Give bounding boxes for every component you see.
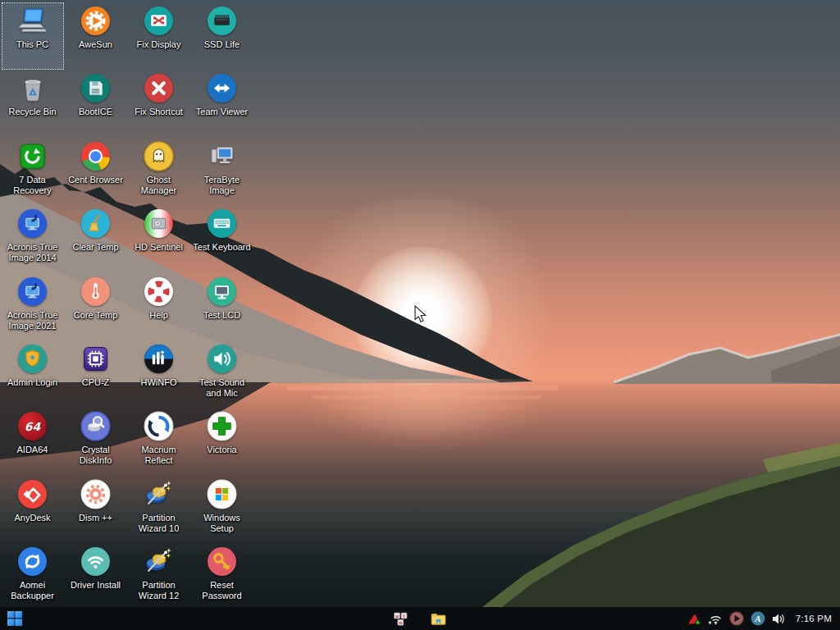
desktop-icon-hwinfo[interactable]: HWiNFO	[128, 340, 190, 408]
desktop-icon-recycle-bin[interactable]: Recycle Bin	[2, 70, 64, 137]
desktop-icon-label: HWiNFO	[141, 377, 177, 388]
desktop-icon-core-temp[interactable]: Core Temp	[65, 273, 127, 340]
desktop-icon-grid: This PC AweSun Fix Display SSD Life Recy…	[1, 2, 253, 607]
desktop-icon-dism-[interactable]: Dism ++	[65, 476, 127, 543]
desktop-icon-hd-sentinel[interactable]: HD Sentinel	[128, 205, 190, 272]
desktop-icon-partition-wizard-12[interactable]: Partition Wizard 12	[128, 543, 190, 607]
desktop-icon-terabyte-image[interactable]: TeraByte Image	[191, 138, 253, 205]
desktop-icon-label: Macrium Reflect	[129, 445, 189, 466]
taskbar-keyboard-layout-app-icon[interactable]: u i n	[393, 607, 409, 630]
desktop-icon-label: Partition Wizard 12	[129, 580, 189, 601]
desktop-icon-label: Team Viewer	[196, 107, 248, 117]
desktop-icon-label: AweSun	[79, 39, 112, 50]
cpu-z-icon	[80, 342, 111, 376]
desktop-icon-anydesk[interactable]: AnyDesk	[2, 476, 64, 543]
desktop[interactable]: This PC AweSun Fix Display SSD Life Recy…	[0, 0, 840, 607]
crystal-diskinfo-icon	[80, 409, 111, 443]
desktop-icon-reset-password[interactable]: Reset Password	[191, 543, 253, 607]
desktop-icon-ghost-manager[interactable]: Ghost Manager	[128, 138, 190, 205]
desktop-icon-label: Dism ++	[79, 513, 112, 523]
desktop-icon-label: Windows Setup	[192, 513, 253, 534]
hwinfo-icon	[144, 342, 174, 376]
acronis-icon	[17, 275, 48, 308]
desktop-icon-label: Aomei Backupper	[2, 580, 63, 601]
partition-wizard-icon	[144, 545, 174, 578]
desktop-icon-ssd-life[interactable]: SSD Life	[191, 2, 253, 70]
acronis-icon	[17, 207, 48, 240]
ghost-manager-icon	[144, 139, 174, 173]
desktop-icon-label: AIDA64	[17, 445, 48, 455]
windows-setup-icon	[207, 477, 237, 511]
tray-media-player-icon[interactable]	[728, 607, 745, 630]
desktop-icon-label: AnyDesk	[14, 513, 50, 523]
desktop-icon-label: Partition Wizard 10	[129, 513, 189, 534]
desktop-icon-label: Admin Login	[7, 377, 57, 388]
desktop-icon-victoria[interactable]: Victoria	[191, 408, 253, 475]
cent-browser-icon	[80, 139, 111, 173]
desktop-icon-label: HD Sentinel	[135, 242, 183, 253]
clear-temp-icon	[80, 207, 111, 240]
desktop-icon-bootice[interactable]: BootICE	[65, 70, 127, 137]
desktop-icon-7-data-recovery[interactable]: 7 Data Recovery	[2, 138, 64, 205]
desktop-icon-admin-login[interactable]: Admin Login	[2, 340, 64, 408]
victoria-icon	[207, 409, 237, 443]
desktop-icon-label: Reset Password	[192, 580, 253, 601]
svg-text:64: 64	[25, 420, 42, 433]
desktop-icon-fix-display[interactable]: Fix Display	[128, 2, 190, 70]
desktop-icon-this-pc[interactable]: This PC	[2, 2, 64, 70]
admin-login-icon	[17, 342, 48, 376]
desktop-icon-aida64[interactable]: 64AIDA64	[2, 408, 64, 475]
tray-network-wifi-icon[interactable]	[707, 607, 724, 630]
desktop-icon-macrium-reflect[interactable]: Macrium Reflect	[128, 408, 190, 475]
desktop-icon-label: Test Keyboard	[193, 242, 250, 253]
core-temp-icon	[80, 275, 111, 308]
desktop-icon-label: Crystal DiskInfo	[66, 445, 126, 466]
partition-wizard-icon	[144, 477, 174, 511]
fix-display-icon	[144, 4, 174, 38]
desktop-icon-acronis-true-image-2021[interactable]: Acronis True Image 2021	[2, 273, 64, 340]
desktop-icon-test-keyboard[interactable]: Test Keyboard	[191, 205, 253, 272]
taskbar: u i n A 7:16 PM	[0, 607, 840, 630]
desktop-icon-fix-shortcut[interactable]: Fix Shortcut	[128, 70, 190, 137]
desktop-icon-cent-browser[interactable]: Cent Browser	[65, 138, 127, 205]
desktop-icon-label: BootICE	[79, 107, 112, 117]
tray-tray-app-red-green-icon[interactable]	[687, 607, 702, 630]
tray-volume-icon[interactable]	[771, 607, 788, 630]
bootice-icon	[80, 71, 111, 105]
desktop-icon-label: Acronis True Image 2014	[2, 242, 63, 263]
data-recovery-icon	[17, 139, 48, 173]
desktop-icon-team-viewer[interactable]: Team Viewer	[191, 70, 253, 137]
test-keyboard-icon	[207, 207, 237, 240]
aomei-icon	[17, 545, 48, 578]
desktop-icon-crystal-diskinfo[interactable]: Crystal DiskInfo	[65, 408, 127, 475]
desktop-icon-label: Core Temp	[74, 310, 118, 321]
svg-text:A: A	[754, 614, 760, 623]
desktop-icon-partition-wizard-10[interactable]: Partition Wizard 10	[128, 476, 190, 543]
desktop-icon-label: Driver Install	[71, 580, 121, 591]
desktop-icon-clear-temp[interactable]: Clear Temp	[65, 205, 127, 272]
svg-text:n: n	[399, 619, 402, 624]
desktop-icon-test-sound-and-mic[interactable]: Test Sound and Mic	[191, 340, 253, 408]
aida64-icon: 64	[17, 409, 48, 443]
desktop-icon-cpu-z[interactable]: CPU-Z	[65, 340, 127, 408]
desktop-icon-aomei-backupper[interactable]: Aomei Backupper	[2, 543, 64, 607]
desktop-icon-label: Test Sound and Mic	[192, 377, 253, 399]
desktop-icon-help[interactable]: Help	[128, 273, 190, 340]
desktop-icon-test-lcd[interactable]: Test LCD	[191, 273, 253, 340]
macrium-reflect-icon	[144, 409, 174, 443]
terabyte-image-icon	[207, 139, 237, 173]
desktop-icon-label: Test LCD	[203, 310, 240, 321]
desktop-icon-acronis-true-image-2014[interactable]: Acronis True Image 2014	[2, 205, 64, 272]
fix-shortcut-icon	[144, 71, 174, 105]
tray-remote-app-a-icon[interactable]: A	[750, 607, 766, 630]
desktop-icon-windows-setup[interactable]: Windows Setup	[191, 476, 253, 543]
taskbar-clock[interactable]: 7:16 PM	[796, 614, 832, 623]
taskbar-file-explorer-icon[interactable]	[430, 607, 447, 630]
start-button[interactable]	[0, 607, 30, 630]
desktop-icon-driver-install[interactable]: Driver Install	[65, 543, 127, 607]
sun-reflection	[295, 379, 558, 453]
reset-password-icon	[207, 545, 237, 578]
help-icon	[144, 275, 174, 308]
desktop-icon-awesun[interactable]: AweSun	[65, 2, 127, 70]
desktop-icon-label: This PC	[16, 39, 48, 50]
